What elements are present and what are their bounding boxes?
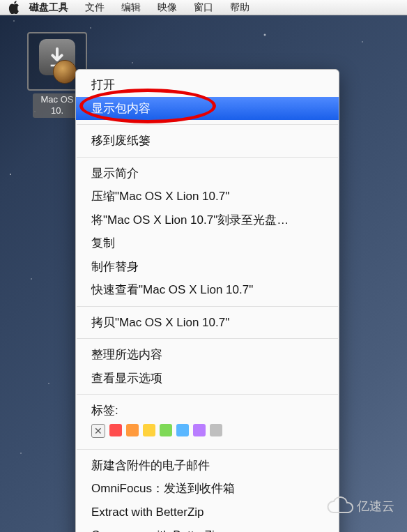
watermark-text: 亿速云 bbox=[357, 498, 394, 515]
menubar-file[interactable]: 文件 bbox=[78, 0, 112, 15]
desktop-icon-label: Mac OS 10. bbox=[33, 93, 82, 118]
watermark: 亿速云 bbox=[325, 496, 394, 517]
cm-betterzip-extract[interactable]: Extract with BetterZip bbox=[76, 501, 339, 524]
context-menu: 打开 显示包内容 移到废纸篓 显示简介 压缩"Mac OS X Lion 10.… bbox=[75, 69, 339, 532]
cm-open[interactable]: 打开 bbox=[76, 73, 339, 97]
cm-tags-label: 标签: bbox=[76, 399, 339, 420]
tag-purple[interactable] bbox=[193, 424, 206, 436]
cm-tags-row: ✕ bbox=[76, 420, 339, 445]
tag-remove-icon[interactable]: ✕ bbox=[91, 424, 105, 438]
tag-orange[interactable] bbox=[126, 424, 139, 436]
cm-make-alias[interactable]: 制作替身 bbox=[76, 255, 339, 279]
lion-face-icon bbox=[53, 60, 77, 84]
cm-betterzip-compress[interactable]: Compress with BetterZip bbox=[76, 524, 339, 532]
icon-label-line1: Mac OS bbox=[35, 94, 79, 105]
cm-separator bbox=[77, 306, 338, 307]
menubar-images[interactable]: 映像 bbox=[151, 0, 184, 15]
cm-separator bbox=[77, 394, 338, 395]
menubar-help[interactable]: 帮助 bbox=[223, 0, 256, 15]
menubar-edit[interactable]: 编辑 bbox=[114, 0, 148, 15]
system-menubar: 磁盘工具 文件 编辑 映像 窗口 帮助 bbox=[0, 0, 407, 15]
apple-logo-icon[interactable] bbox=[8, 2, 20, 13]
tag-yellow[interactable] bbox=[143, 424, 155, 436]
menubar-window[interactable]: 窗口 bbox=[187, 0, 220, 15]
cm-copy[interactable]: 拷贝"Mac OS X Lion 10.7" bbox=[76, 311, 339, 335]
cloud-icon bbox=[325, 496, 357, 517]
cm-omnifocus-send[interactable]: OmniFocus：发送到收件箱 bbox=[76, 477, 339, 501]
cm-get-info[interactable]: 显示简介 bbox=[76, 162, 339, 185]
menubar-app-name[interactable]: 磁盘工具 bbox=[22, 0, 75, 15]
tag-red[interactable] bbox=[109, 424, 122, 436]
cm-show-package-contents[interactable]: 显示包内容 bbox=[76, 97, 339, 121]
tag-green[interactable] bbox=[160, 424, 172, 436]
cm-clean-up-selection[interactable]: 整理所选内容 bbox=[76, 343, 339, 367]
lion-installer-icon bbox=[35, 39, 79, 84]
cm-separator bbox=[77, 157, 338, 158]
cm-new-email-with-attachment[interactable]: 新建含附件的电子邮件 bbox=[76, 454, 339, 478]
cm-show-view-options[interactable]: 查看显示选项 bbox=[76, 367, 339, 390]
cm-compress[interactable]: 压缩"Mac OS X Lion 10.7" bbox=[76, 185, 339, 208]
cm-move-to-trash[interactable]: 移到废纸篓 bbox=[76, 129, 339, 153]
cm-separator bbox=[77, 338, 338, 339]
cm-separator bbox=[77, 449, 338, 450]
tag-gray[interactable] bbox=[210, 424, 222, 436]
tag-blue[interactable] bbox=[176, 424, 189, 436]
cm-separator bbox=[77, 124, 338, 125]
cm-burn-to-disc[interactable]: 将"Mac OS X Lion 10.7"刻录至光盘… bbox=[76, 208, 339, 232]
cm-quick-look[interactable]: 快速查看"Mac OS X Lion 10.7" bbox=[76, 278, 339, 302]
cm-duplicate[interactable]: 复制 bbox=[76, 231, 339, 255]
icon-label-line2: 10. bbox=[35, 105, 79, 116]
